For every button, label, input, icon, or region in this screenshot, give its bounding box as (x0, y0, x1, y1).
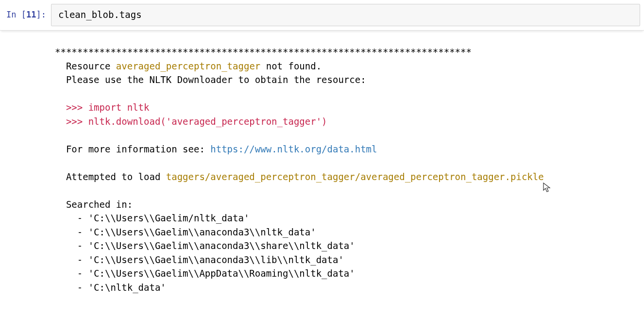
resource-line-suffix: not found. (260, 61, 322, 71)
search-path-5: - 'C:\\Users\\Gaelim\\AppData\\Roaming\\… (55, 268, 355, 279)
search-path-2: - 'C:\\Users\\Gaelim\\anaconda3\\nltk_da… (55, 227, 316, 237)
search-path-4: - 'C:\\Users\\Gaelim\\anaconda3\\lib\\nl… (55, 254, 344, 265)
code-suggestion-line1: >>> import nltk (55, 102, 149, 113)
search-path-1: - 'C:\\Users\\Gaelim/nltk_data' (55, 213, 249, 223)
code-input-area[interactable]: clean_blob.tags (51, 4, 640, 26)
nltk-data-link[interactable]: https://www.nltk.org/data.html (210, 144, 377, 154)
attempted-load-path: taggers/averaged_perceptron_tagger/avera… (166, 171, 544, 182)
output-area: ****************************************… (0, 31, 644, 294)
search-path-3: - 'C:\\Users\\Gaelim\\anaconda3\\share\\… (55, 240, 355, 251)
code-cell: In [11]: clean_blob.tags (0, 0, 644, 31)
prompt-close-bracket: ]: (36, 10, 46, 19)
prompt-execution-count: 11 (26, 10, 36, 19)
code-text: clean_blob.tags (58, 9, 142, 20)
prompt-open-bracket: [ (21, 10, 26, 19)
more-info-prefix: For more information see: (55, 144, 210, 154)
please-use-line: Please use the NLTK Downloader to obtain… (55, 74, 366, 85)
search-path-6: - 'C:\nltk_data' (55, 282, 166, 293)
code-suggestion-line2: >>> nltk.download('averaged_perceptron_t… (55, 116, 327, 127)
output-content: ****************************************… (51, 45, 644, 294)
resource-line-prefix: Resource (55, 61, 116, 71)
attempted-load-prefix: Attempted to load (55, 171, 166, 182)
searched-in-label: Searched in: (55, 199, 133, 210)
input-prompt: In [11]: (0, 4, 51, 19)
error-separator: ****************************************… (55, 47, 472, 57)
prompt-in-label: In (6, 10, 21, 19)
resource-name: averaged_perceptron_tagger (116, 61, 260, 71)
